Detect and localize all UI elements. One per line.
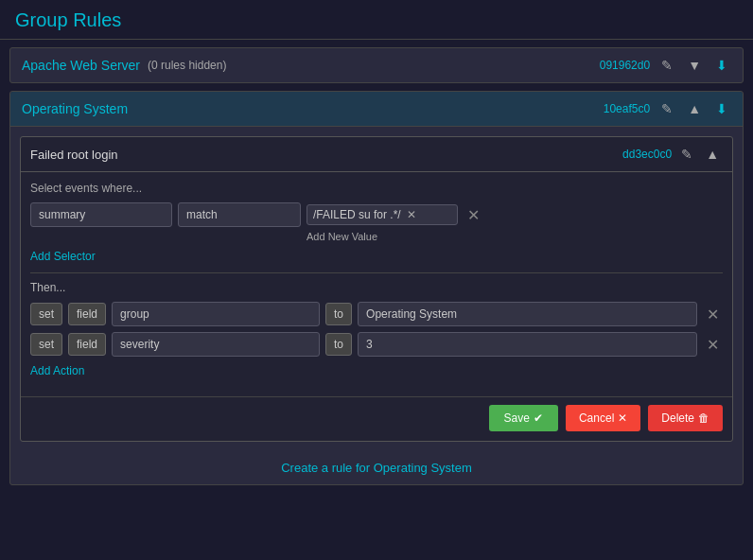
- then-label: Then...: [30, 281, 723, 294]
- rule-panel: Failed root login dd3ec0c0 ✎ ▲ Select ev…: [20, 136, 733, 442]
- select-events-label: Select events where...: [30, 182, 723, 195]
- add-action-btn[interactable]: Add Action: [30, 362, 84, 379]
- os-header: Operating System 10eaf5c0 ✎ ▲ ⬇: [10, 92, 743, 127]
- action-1-field-input[interactable]: [112, 302, 320, 326]
- delete-button[interactable]: Delete 🗑: [648, 405, 723, 431]
- os-title: Operating System: [22, 101, 128, 116]
- apache-hidden-count: (0 rules hidden): [148, 59, 226, 72]
- create-rule-link[interactable]: Create a rule for Operating System: [10, 451, 743, 484]
- rule-edit-btn[interactable]: ✎: [677, 145, 696, 164]
- os-arrow-down-btn[interactable]: ⬇: [712, 99, 731, 118]
- action-2-to-badge: to: [325, 333, 352, 356]
- apache-edit-btn[interactable]: ✎: [657, 56, 676, 75]
- action-2-value-input[interactable]: [358, 332, 697, 357]
- rule-name: Failed root login: [30, 148, 622, 162]
- action-1-remove-btn[interactable]: ✕: [703, 304, 723, 325]
- action-1-to-badge: to: [325, 303, 352, 325]
- os-up-btn[interactable]: ▲: [684, 99, 705, 118]
- selector-row: /FAILED su for .*/ ✕ ✕: [30, 202, 723, 227]
- os-panel: Operating System 10eaf5c0 ✎ ▲ ⬇ Failed r…: [9, 91, 744, 485]
- selector-row-remove-btn[interactable]: ✕: [464, 204, 483, 226]
- selector-field-input[interactable]: [30, 202, 172, 227]
- selector-value-text: /FAILED su for .*/: [313, 208, 401, 221]
- selector-value-remove-btn[interactable]: ✕: [405, 208, 418, 221]
- apache-down-btn[interactable]: ▼: [684, 56, 705, 75]
- footer-buttons: Save ✔ Cancel ✕ Delete 🗑: [21, 396, 732, 441]
- add-selector-btn[interactable]: Add Selector: [30, 248, 96, 265]
- add-new-value-label: Add New Value: [306, 231, 723, 242]
- os-hash-id: 10eaf5c0: [604, 102, 650, 115]
- apache-bar: Apache Web Server (0 rules hidden) 09196…: [9, 47, 744, 83]
- cancel-button[interactable]: Cancel ✕: [566, 405, 640, 431]
- action-2-field-input[interactable]: [112, 332, 320, 357]
- rule-body: Select events where... /FAILED su for .*…: [21, 172, 732, 396]
- selector-value-container: /FAILED su for .*/ ✕: [306, 204, 458, 225]
- action-2-set-badge: set: [30, 333, 62, 356]
- action-row-2: set field to ✕: [30, 332, 723, 357]
- action-1-field-badge: field: [68, 303, 106, 325]
- save-button[interactable]: Save ✔: [489, 405, 558, 431]
- apache-hash-id: 091962d0: [600, 59, 650, 72]
- action-2-remove-btn[interactable]: ✕: [703, 334, 723, 356]
- rule-header: Failed root login dd3ec0c0 ✎ ▲: [21, 137, 732, 172]
- os-edit-btn[interactable]: ✎: [657, 99, 676, 118]
- action-1-set-badge: set: [30, 303, 62, 325]
- apache-title: Apache Web Server: [22, 58, 140, 73]
- rule-up-btn[interactable]: ▲: [702, 145, 723, 164]
- apache-arrow-down-btn[interactable]: ⬇: [712, 56, 731, 75]
- action-1-value-input[interactable]: [358, 302, 697, 326]
- page-title: Group Rules: [0, 0, 753, 40]
- selector-operator-input[interactable]: [178, 202, 301, 227]
- rule-hash-id: dd3ec0c0: [622, 148, 672, 161]
- action-row-1: set field to ✕: [30, 302, 723, 326]
- action-2-field-badge: field: [68, 333, 106, 356]
